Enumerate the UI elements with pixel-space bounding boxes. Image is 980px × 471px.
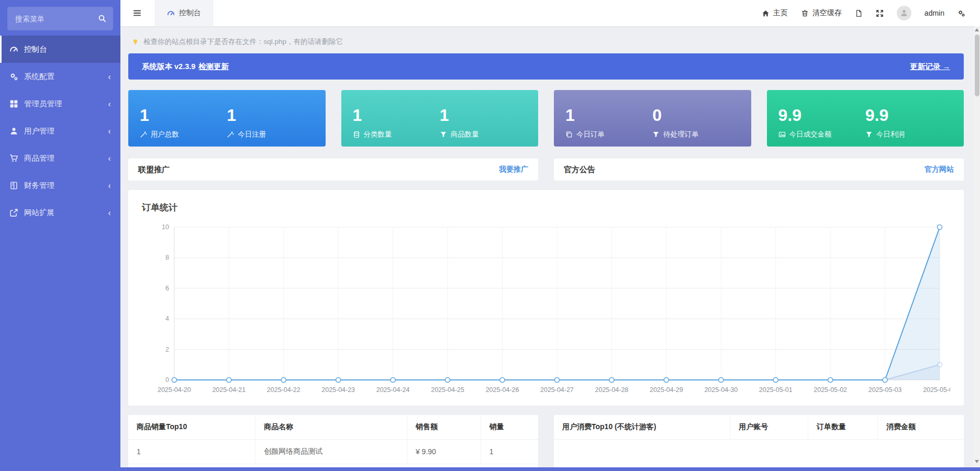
home-link[interactable]: 主页 [762,8,788,18]
svg-text:2025-04-20: 2025-04-20 [158,386,191,394]
sidebar-item-label: 商品管理 [24,153,54,163]
topbar-right: 主页 清空缓存 a [762,0,980,26]
dashboard-icon [9,45,18,54]
official-site-link[interactable]: 官方网站 [925,165,954,174]
svg-text:2025-04-24: 2025-04-24 [376,386,410,394]
metric-value: 1 [565,105,652,125]
username[interactable]: admin [925,9,944,17]
clear-cache-link[interactable]: 清空缓存 [801,8,842,18]
table-cell: 1 [481,440,538,464]
wand-icon [227,131,234,138]
table-header-cell: 用户消费Top10 (不统计游客) [554,415,730,440]
scrollbar-up-arrow[interactable] [975,28,979,31]
scrollbar-thumb[interactable] [975,35,979,96]
settings-cogs-icon[interactable] [957,9,965,17]
svg-text:6: 6 [165,285,169,292]
svg-text:0: 0 [165,376,169,384]
metric-label: 用户总数 [151,130,179,139]
copy-icon [565,131,573,138]
chart-title: 订单统计 [142,201,950,214]
user-icon [9,127,18,136]
avatar[interactable] [897,6,911,20]
tab-console-label: 控制台 [179,8,201,18]
sidebar: 控制台 系统配置 ‹ 管理员管理 ‹ 用户管理 ‹ 商品管理 ‹ 财务管理 ‹ … [0,0,120,471]
sidebar-item-label: 用户管理 [24,126,54,136]
lightbulb-icon [131,38,139,46]
svg-text:2025-04-21: 2025-04-21 [212,386,246,394]
clear-cache-label: 清空缓存 [812,8,842,18]
sidebar-item-site-extension[interactable]: 网站扩展 ‹ [0,199,120,226]
dashboard-icon [167,9,175,17]
app-root: 控制台 系统配置 ‹ 管理员管理 ‹ 用户管理 ‹ 商品管理 ‹ 财务管理 ‹ … [0,0,980,471]
tab-console[interactable]: 控制台 [155,0,213,26]
svg-text:2025-04-29: 2025-04-29 [650,386,683,394]
sidebar-item-finance-management[interactable]: 财务管理 ‹ [0,172,120,199]
sidebar-item-label: 网站扩展 [24,208,54,218]
svg-text:2025-04-25: 2025-04-25 [431,386,464,394]
search-input[interactable] [7,7,113,30]
metric: 9.9 今日成交金额 [778,98,865,139]
svg-text:2025-04-22: 2025-04-22 [267,386,300,394]
funnel-icon [440,131,447,138]
sidebar-item-label: 控制台 [24,44,47,54]
metric: 1 分类数量 [353,98,440,139]
table-cell: 1 [128,440,255,464]
content-scrollbar[interactable] [974,26,980,467]
svg-text:2025-04-30: 2025-04-30 [704,386,738,394]
version-text: 系统版本 v2.3.9 [142,62,195,72]
panels-row: 联盟推广 我要推广 官方公告 官方网站 [128,159,964,181]
announcement-panel: 官方公告 官方网站 [554,159,964,181]
changelog-link[interactable]: 更新记录 → [910,62,950,72]
metric-value: 1 [353,105,440,125]
chevron-left-icon: ‹ [108,154,111,163]
person-icon [900,9,908,17]
metric: 1 今日订单 [565,98,652,139]
grid-icon [9,99,18,108]
gears-icon [9,72,18,81]
table-header-cell: 商品销量Top10 [128,415,255,440]
trash-icon [801,9,809,17]
table-cell: ¥ 9.90 [407,440,481,464]
svg-text:2025-05-04: 2025-05-04 [923,386,950,394]
chevron-left-icon: ‹ [108,181,111,190]
table-header-cell: 消费金额 [878,415,964,440]
main-column: 控制台 主页 清空缓存 [120,0,980,471]
sidebar-item-product-management[interactable]: 商品管理 ‹ [0,144,120,172]
book-icon [9,181,18,190]
funnel-icon [652,131,660,138]
footer-strip [0,467,980,471]
fullscreen-icon[interactable] [876,9,884,17]
metric-value: 9.9 [865,105,952,125]
cart-icon [9,154,18,163]
metric: 9.9 今日利润 [865,98,952,139]
sidebar-item-system-config[interactable]: 系统配置 ‹ [0,63,120,90]
external-link-icon [9,208,18,217]
topbar: 控制台 主页 清空缓存 [120,0,980,26]
svg-text:8: 8 [165,254,169,261]
sidebar-item-label: 系统配置 [24,72,54,82]
scrollbar-down-arrow[interactable] [975,460,979,463]
hamburger-menu-icon[interactable] [132,9,142,17]
sidebar-item-admin-management[interactable]: 管理员管理 ‹ [0,90,120,117]
wand-icon [140,131,147,138]
metric-value: 9.9 [778,105,865,125]
table-row: 1创颜网络商品测试¥ 9.901 [128,440,538,464]
table-header-cell: 销量 [481,415,538,440]
order-stats-card: 订单统计 02468102025-04-202025-04-212025-04-… [128,190,964,406]
svg-text:2025-04-28: 2025-04-28 [595,386,629,394]
svg-text:2025-05-02: 2025-05-02 [814,386,847,394]
table-header-cell: 用户账号 [730,415,808,440]
sidebar-item-user-management[interactable]: 用户管理 ‹ [0,117,120,144]
promo-link[interactable]: 我要推广 [499,165,528,174]
sidebar-item-label: 管理员管理 [24,99,62,109]
image-icon [778,131,786,138]
metric-value: 1 [440,105,527,125]
stat-card-purple: 1 今日订单 0 待处理订单 [554,90,751,147]
metric: 1 今日注册 [227,98,314,139]
chevron-left-icon: ‹ [108,208,111,217]
metric-value: 1 [140,105,227,125]
document-icon[interactable] [855,9,863,17]
check-update-link[interactable]: 检测更新 [198,62,229,72]
sidebar-item-dashboard[interactable]: 控制台 [0,36,120,63]
search-icon[interactable] [98,14,106,23]
